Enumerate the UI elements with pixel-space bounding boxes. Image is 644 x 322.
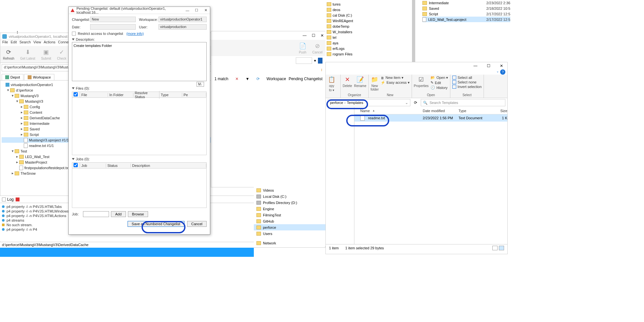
search-input[interactable]: 🔍 Search Templates <box>421 99 505 106</box>
col-resolve[interactable]: Resolve Status <box>133 91 159 99</box>
expand-icon[interactable]: ▸ <box>20 116 24 120</box>
log-close-icon[interactable] <box>16 198 20 201</box>
chevron-right-icon[interactable]: › <box>344 101 346 105</box>
col-infolder[interactable]: In Folder <box>108 93 133 97</box>
maximize-button[interactable]: ☐ <box>194 8 199 13</box>
background-file-list[interactable]: Intermediate2/23/2022 2:36Saved2/18/2022… <box>422 0 510 22</box>
nav-item[interactable]: Profiles Directory (D:) <box>254 199 325 206</box>
minimize-icon[interactable]: — <box>303 33 307 38</box>
expand-icon[interactable]: ▾ <box>15 99 19 103</box>
minimize-button[interactable]: — <box>185 8 190 13</box>
expand-icon[interactable]: ▸ <box>20 105 24 109</box>
restrict-checkbox[interactable] <box>72 32 76 36</box>
scrollbar[interactable] <box>412 0 415 62</box>
bg-file-row[interactable]: Script2/17/2022 12:5 <box>422 11 510 17</box>
col-size[interactable]: Size <box>491 109 507 113</box>
col-pe[interactable]: Pe <box>182 93 206 97</box>
close-icon[interactable]: ✕ <box>321 33 324 38</box>
jobs-section[interactable]: Jobs (0): <box>72 157 207 161</box>
nav-pane-stub[interactable] <box>326 107 354 244</box>
invert-selection-button[interactable]: Invert selection <box>452 85 482 89</box>
ribbon-expand-icon[interactable]: ⌄ <box>496 69 499 75</box>
expand-icon[interactable]: ▾ <box>11 94 15 98</box>
new-item-button[interactable]: 🗎New item ▾ <box>381 76 410 80</box>
sort-icon[interactable]: ↕ <box>321 67 322 72</box>
col-date[interactable]: Date modified <box>423 109 459 113</box>
expand-icon[interactable]: ▸ <box>20 110 24 114</box>
browse-button[interactable]: Browse <box>128 211 148 217</box>
col-description[interactable]: Description <box>131 164 206 168</box>
maximize-button[interactable]: ☐ <box>485 63 492 69</box>
tab-pending-changelist[interactable]: Pending Changelist <box>289 77 322 81</box>
expand-icon[interactable]: ▸ <box>15 160 19 164</box>
minimize-button[interactable]: — <box>472 63 479 69</box>
edit-button[interactable]: ✎Edit <box>431 80 448 85</box>
crumb-templates[interactable]: Templates <box>347 101 363 105</box>
nav-item[interactable]: Users <box>254 230 325 237</box>
nav-item[interactable]: FilmingTest <box>254 212 325 218</box>
refresh-small-icon[interactable]: ⟳ <box>256 77 260 81</box>
menu-actions[interactable]: Actions <box>44 40 55 46</box>
description-textarea[interactable] <box>72 42 207 81</box>
get-latest-button[interactable]: ⬇Get Latest <box>20 48 35 60</box>
file-list[interactable]: Name▲ Date modified Type Size readme.txt… <box>354 107 507 244</box>
chevron-down-icon[interactable]: ▾ <box>314 58 316 63</box>
tab-workspace-right[interactable]: Workspace <box>267 77 286 81</box>
copy-button[interactable]: 📋opyto ▾ <box>328 76 336 92</box>
tab-depot[interactable]: Depot <box>2 74 23 80</box>
tab-workspace[interactable]: Workspace <box>24 74 54 80</box>
rename-button[interactable]: 📝Rename <box>354 76 366 88</box>
col-type[interactable]: Type <box>159 93 182 97</box>
menu-file[interactable]: File <box>2 40 8 46</box>
bg-tree-item[interactable]: W_Installers <box>327 29 509 35</box>
properties-button[interactable]: ☑Properties <box>414 76 429 88</box>
menu-edit[interactable]: Edit <box>11 40 17 46</box>
select-none-button[interactable]: Select none <box>452 80 482 84</box>
jobs-check-all[interactable] <box>72 163 80 168</box>
cancel-button[interactable]: Cancel <box>187 221 207 227</box>
expand-icon[interactable]: ▸ <box>20 132 24 137</box>
menu-view[interactable]: View <box>34 40 41 46</box>
open-button[interactable]: 📂Open ▾ <box>431 76 448 80</box>
bookmark-icon[interactable] <box>318 58 322 64</box>
expand-icon[interactable]: ▸ <box>11 171 15 175</box>
dropdown-stub[interactable] <box>296 57 312 64</box>
breadcrumb[interactable]: perforce › Templates ⌄ <box>328 99 410 106</box>
chevron-down-icon[interactable]: ⌄ <box>405 101 408 105</box>
jobs-table[interactable]: Job Status Description <box>72 162 207 208</box>
bg-file-row[interactable]: Saved2/18/2022 10:5 <box>422 6 510 11</box>
markdown-button[interactable]: M↓ <box>197 82 204 87</box>
col-type[interactable]: Type <box>459 109 491 113</box>
bg-tree-item[interactable]: rogram Files <box>327 51 509 57</box>
job-input[interactable] <box>83 211 109 217</box>
windows-taskbar[interactable] <box>0 248 254 257</box>
filter-icon[interactable]: ▼ <box>245 77 249 81</box>
add-button[interactable]: Add <box>111 211 126 217</box>
files-section[interactable]: Files (0): <box>72 86 207 90</box>
history-button[interactable]: 🕘History <box>431 85 448 90</box>
bg-tree-item[interactable]: tel <box>327 35 509 40</box>
file-row[interactable]: readme.txt2/23/2022 1:56 PMText Document… <box>354 114 507 122</box>
col-job[interactable]: Job <box>80 164 106 168</box>
nav-item[interactable]: Local Disk (C:) <box>254 193 325 199</box>
bg-file-row[interactable]: Intermediate2/23/2022 2:36 <box>422 0 510 6</box>
close-button[interactable]: ✕ <box>498 63 505 69</box>
nav-item[interactable]: Engine <box>254 206 325 212</box>
bg-file-row[interactable]: LED_Wall_Test.uproject2/17/2022 12:5 <box>422 17 510 22</box>
crumb-perforce[interactable]: perforce <box>330 101 343 105</box>
bg-tree-item[interactable]: erfLogs <box>327 46 509 51</box>
close-button[interactable]: ✕ <box>203 8 208 13</box>
help-icon[interactable]: ? <box>500 69 505 75</box>
expand-icon[interactable]: ▾ <box>11 149 15 153</box>
nav-item[interactable]: perforce <box>254 224 325 230</box>
nav-item[interactable]: Videos <box>254 187 325 193</box>
check-button[interactable]: ✓Check <box>57 48 66 60</box>
dialog-titlebar[interactable]: Pending Changelist: default (virtualprod… <box>69 7 210 14</box>
refresh-button[interactable]: ⟳Refresh <box>3 48 14 60</box>
view-large-icon[interactable] <box>499 246 504 250</box>
nav-item[interactable]: Network <box>254 240 325 246</box>
menu-search[interactable]: Search <box>20 40 31 46</box>
files-check-all[interactable] <box>72 92 80 97</box>
explorer-titlebar[interactable]: — ☐ ✕ <box>326 62 507 69</box>
explorer-nav-tree[interactable]: VideosLocal Disk (C:)Profiles Directory … <box>254 187 325 246</box>
